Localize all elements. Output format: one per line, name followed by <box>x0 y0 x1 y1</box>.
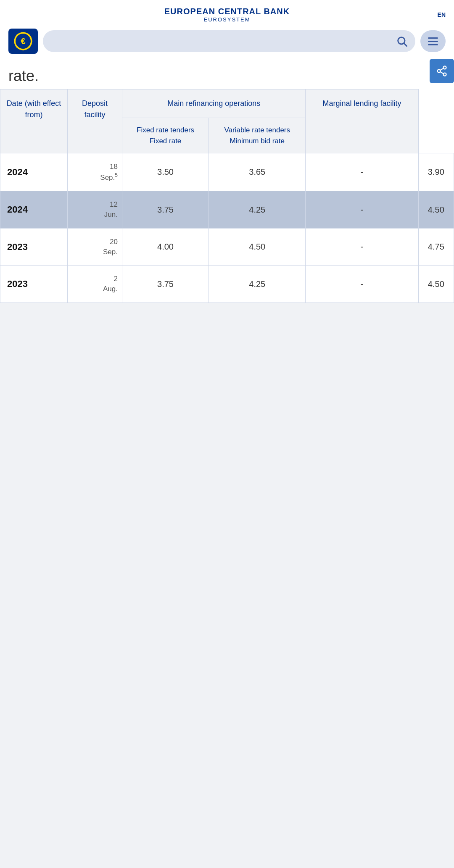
cell-variable-rate: - <box>306 191 418 229</box>
svg-point-11 <box>28 46 30 48</box>
col-header-marginal-lending: Marginal lending facility <box>306 89 418 153</box>
svg-point-6 <box>14 40 16 42</box>
cell-year: 2023 <box>0 266 68 303</box>
page-header: EUROPEAN CENTRAL BANK EUROSYSTEM EN € <box>0 0 454 59</box>
cell-deposit: 3.75 <box>122 191 209 229</box>
table-header-row-top: Date (with effect from) Deposit facility… <box>0 89 454 118</box>
col-header-date: Date (with effect from) <box>0 89 68 153</box>
col-header-fixed-rate: Fixed rate tenders Fixed rate <box>122 118 209 153</box>
cell-marginal: 4.50 <box>418 191 454 229</box>
cell-marginal: 4.50 <box>418 266 454 303</box>
search-bar[interactable] <box>43 30 415 52</box>
cell-variable-rate: - <box>306 266 418 303</box>
table-row: 2023 20Sep. 4.00 4.50 - 4.75 <box>0 228 454 266</box>
svg-point-8 <box>16 34 18 36</box>
cell-deposit: 3.75 <box>122 266 209 303</box>
svg-point-4 <box>22 32 24 34</box>
cell-variable-rate: - <box>306 153 418 191</box>
cell-date: 12Jun. <box>68 191 122 229</box>
cell-year: 2023 <box>0 228 68 266</box>
cell-date: 18Sep.5 <box>68 153 122 191</box>
cell-fixed-rate: 4.25 <box>209 191 306 229</box>
col-header-variable-rate: Variable rate tenders Minimum bid rate <box>209 118 306 153</box>
ecb-title-sub: EUROSYSTEM <box>8 16 446 23</box>
title-row: EUROPEAN CENTRAL BANK EUROSYSTEM EN <box>8 7 446 23</box>
cell-deposit: 4.00 <box>122 228 209 266</box>
share-icon <box>436 65 448 77</box>
cell-fixed-rate: 4.50 <box>209 228 306 266</box>
cell-marginal: 3.90 <box>418 153 454 191</box>
rates-table-body: 2024 18Sep.5 3.50 3.65 - 3.90 2024 12Jun… <box>0 153 454 303</box>
hamburger-icon <box>428 37 438 45</box>
cell-marginal: 4.75 <box>418 228 454 266</box>
ecb-title-main: EUROPEAN CENTRAL BANK <box>8 7 446 16</box>
share-button[interactable] <box>430 59 454 83</box>
cell-fixed-rate: 4.25 <box>209 266 306 303</box>
rates-table-container: Date (with effect from) Deposit facility… <box>0 89 454 303</box>
cell-variable-rate: - <box>306 228 418 266</box>
cell-date: 20Sep. <box>68 228 122 266</box>
menu-button[interactable] <box>420 30 446 52</box>
col-header-deposit: Deposit facility <box>68 89 122 153</box>
rates-table: Date (with effect from) Deposit facility… <box>0 89 454 303</box>
ecb-title-block: EUROPEAN CENTRAL BANK EUROSYSTEM <box>8 7 446 23</box>
svg-point-9 <box>28 34 30 36</box>
language-button[interactable]: EN <box>438 11 446 18</box>
svg-line-18 <box>440 68 443 71</box>
cell-year: 2024 <box>0 191 68 229</box>
svg-line-13 <box>404 43 406 46</box>
svg-line-17 <box>440 72 443 74</box>
rate-section: rate. <box>0 59 454 89</box>
svg-point-10 <box>16 46 18 48</box>
svg-point-5 <box>22 49 24 50</box>
cell-fixed-rate: 3.65 <box>209 153 306 191</box>
cell-deposit: 3.50 <box>122 153 209 191</box>
table-row: 2024 12Jun. 3.75 4.25 - 4.50 <box>0 191 454 229</box>
rate-text: rate. <box>8 67 39 84</box>
svg-text:€: € <box>21 37 25 46</box>
col-header-main-refinancing: Main refinancing operations <box>122 89 306 118</box>
table-row: 2023 2Aug. 3.75 4.25 - 4.50 <box>0 266 454 303</box>
ecb-logo: € <box>8 29 38 54</box>
table-row: 2024 18Sep.5 3.50 3.65 - 3.90 <box>0 153 454 191</box>
svg-point-7 <box>31 40 32 42</box>
cell-year: 2024 <box>0 153 68 191</box>
cell-date: 2Aug. <box>68 266 122 303</box>
search-row: € <box>8 29 446 54</box>
search-icon <box>396 35 408 47</box>
